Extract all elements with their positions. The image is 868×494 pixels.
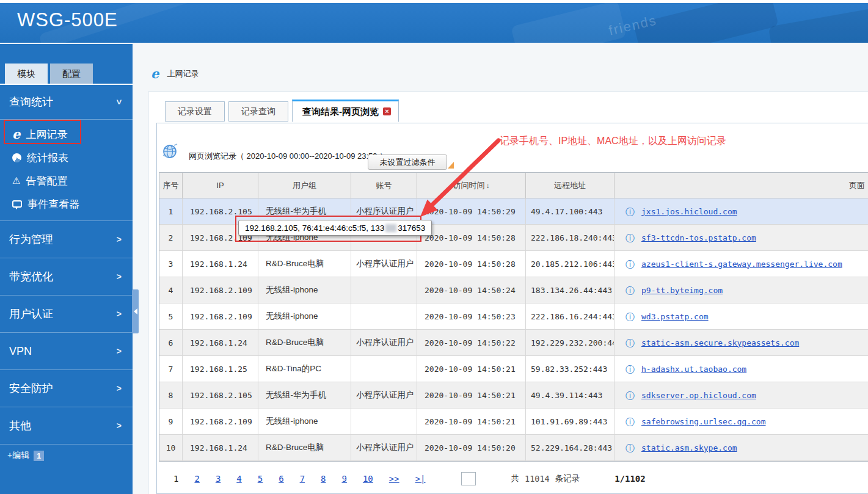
sidebar-tab-modules[interactable]: 模块 xyxy=(5,64,48,84)
cell-time: 2020-10-09 14:50:21 xyxy=(417,409,526,435)
sidebar-section-user-auth[interactable]: 用户认证 > xyxy=(0,295,133,332)
tooltip-text-suffix: 317653 xyxy=(398,223,425,233)
close-icon[interactable]: × xyxy=(383,107,391,115)
page-link[interactable]: sf3-ttcdn-tos.pstatp.com xyxy=(641,233,756,242)
cell-remote: 222.186.18.240:443 xyxy=(526,225,615,251)
table-row[interactable]: 5 192.168.2.109 无线组-iphone 2020-10-09 14… xyxy=(159,303,868,330)
cell-index: 6 xyxy=(159,330,183,356)
col-time[interactable]: 访问时间 ↓ xyxy=(417,173,526,198)
keyboard-decoration xyxy=(768,7,868,43)
page-link[interactable]: h-adashx.ut.taobao.com xyxy=(641,365,746,374)
sidebar-section-vpn[interactable]: VPN > xyxy=(0,332,133,369)
info-icon[interactable]: ⓘ xyxy=(625,312,635,321)
sidebar-item-statistics-report[interactable]: 统计报表 xyxy=(0,146,133,169)
table-row[interactable]: 4 192.168.2.109 无线组-iphone 2020-10-09 14… xyxy=(159,277,868,303)
sidebar-section-others[interactable]: 其他 > xyxy=(0,407,133,445)
last-page-button[interactable]: >| xyxy=(415,474,426,484)
filter-button[interactable]: 未设置过滤条件 xyxy=(368,154,447,170)
col-group[interactable]: 用户组 xyxy=(258,173,351,198)
filter-corner-icon xyxy=(448,162,454,169)
info-icon[interactable]: ⓘ xyxy=(625,365,635,374)
page-link[interactable]: azeus1-client-s.gateway.messenger.live.c… xyxy=(641,260,842,269)
cell-index: 5 xyxy=(159,303,183,330)
tab-record-settings[interactable]: 记录设置 xyxy=(165,101,225,122)
col-ip[interactable]: IP xyxy=(183,173,258,198)
col-account[interactable]: 账号 xyxy=(351,173,417,198)
sidebar-section-label: 其他 xyxy=(9,418,31,433)
cell-index: 8 xyxy=(159,382,183,409)
page-link[interactable]: p9-tt.byteimg.com xyxy=(641,286,723,295)
info-icon[interactable]: ⓘ xyxy=(625,286,635,295)
page-link[interactable]: jxs1.jos.hicloud.com xyxy=(641,207,737,216)
col-page[interactable]: 页面 xyxy=(615,173,868,198)
table-row[interactable]: 8 192.168.2.105 无线组-华为手机 小程序认证用户 2020-10… xyxy=(159,382,868,409)
info-icon[interactable]: ⓘ xyxy=(625,443,635,452)
page-link-4[interactable]: 4 xyxy=(236,474,241,484)
cell-account xyxy=(351,356,417,382)
sort-desc-icon: ↓ xyxy=(486,181,490,190)
cell-account xyxy=(351,409,417,435)
cell-remote: 20.185.212.106:443 xyxy=(526,251,615,277)
info-icon[interactable]: ⓘ xyxy=(625,391,635,400)
next-pages-button[interactable]: >> xyxy=(389,474,399,484)
cell-index: 4 xyxy=(159,277,183,303)
page-link-5[interactable]: 5 xyxy=(258,474,263,484)
table-row[interactable]: 6 192.168.1.24 R&D-Bruce电脑 小程序认证用户 2020-… xyxy=(159,330,868,356)
info-icon[interactable]: ⓘ xyxy=(625,338,635,347)
sidebar-tab-config[interactable]: 配置 xyxy=(50,64,93,84)
table-row[interactable]: 9 192.168.2.109 无线组-iphone 2020-10-09 14… xyxy=(159,409,868,435)
col-time-label: 访问时间 xyxy=(453,180,485,191)
sidebar-item-event-viewer[interactable]: 事件查看器 xyxy=(0,192,133,216)
sidebar-section-query-stats[interactable]: 查询统计 > xyxy=(0,85,133,120)
page-link-6[interactable]: 6 xyxy=(279,474,283,484)
page-link-9[interactable]: 9 xyxy=(342,474,347,484)
page-link-10[interactable]: 10 xyxy=(363,474,373,484)
globe-icon xyxy=(162,143,178,159)
table-row[interactable]: 10 192.168.1.24 R&D-Bruce电脑 小程序认证用户 2020… xyxy=(159,435,868,461)
cell-remote: 52.229.164.28:443 xyxy=(526,435,615,461)
main-area: e 上网记录 记录设置 记录查询 查询结果-网页浏览 × 网页浏览记录（ 202… xyxy=(133,43,868,494)
page-link-7[interactable]: 7 xyxy=(300,474,305,484)
page-link-8[interactable]: 8 xyxy=(321,474,326,484)
info-icon[interactable]: ⓘ xyxy=(625,207,635,216)
page-jump-input[interactable] xyxy=(461,472,476,485)
tab-query-result-web[interactable]: 查询结果-网页浏览 × xyxy=(292,100,399,122)
table-row[interactable]: 3 192.168.1.24 R&D-Bruce电脑 小程序认证用户 2020-… xyxy=(159,251,868,277)
cell-ip: 192.168.1.24 xyxy=(183,435,258,461)
cell-ip: 192.168.2.109 xyxy=(183,409,258,435)
edit-button[interactable]: +编辑 xyxy=(7,450,29,461)
cell-ip: 192.168.2.109 xyxy=(183,277,258,303)
col-remote[interactable]: 远程地址 xyxy=(526,173,615,198)
total-records: 共 11014 条记录 xyxy=(511,473,580,484)
page-link-3[interactable]: 3 xyxy=(216,474,221,484)
sidebar-section-label: 带宽优化 xyxy=(9,269,53,284)
page-link[interactable]: static-asm.secure.skypeassets.com xyxy=(641,338,799,347)
info-icon[interactable]: ⓘ xyxy=(625,233,635,242)
sidebar-section-label: 安全防护 xyxy=(9,381,53,396)
breadcrumb: e 上网记录 xyxy=(151,68,199,79)
info-icon[interactable]: ⓘ xyxy=(625,260,635,269)
cell-account xyxy=(351,277,417,303)
sidebar: 模块 配置 查询统计 > e 上网记录 统计报表 ⚠ 告警配置 事件查看器 行为… xyxy=(0,43,133,494)
page-link-2[interactable]: 2 xyxy=(194,474,199,484)
sidebar-section-behavior[interactable]: 行为管理 > xyxy=(0,220,133,258)
annotation-box-menu-item xyxy=(4,120,81,144)
sidebar-collapse-handle[interactable] xyxy=(132,289,139,333)
page-link[interactable]: sdkserver.op.hicloud.com xyxy=(641,391,756,400)
sidebar-section-security[interactable]: 安全防护 > xyxy=(0,369,133,407)
sidebar-item-alert-config[interactable]: ⚠ 告警配置 xyxy=(0,169,133,192)
info-icon[interactable]: ⓘ xyxy=(625,417,635,426)
page-link[interactable]: safebrowsing.urlsec.qq.com xyxy=(641,417,766,426)
cell-index: 7 xyxy=(159,356,183,382)
cell-group: R&D-Tina的PC xyxy=(258,356,351,382)
cell-index: 2 xyxy=(159,225,183,251)
col-index[interactable]: 序号 xyxy=(159,173,183,198)
page-link[interactable]: wd3.pstatp.com xyxy=(641,312,709,321)
cell-group: 无线组-华为手机 xyxy=(258,382,351,409)
cell-account: 小程序认证用户 xyxy=(351,435,417,461)
cell-index: 10 xyxy=(159,435,183,461)
tab-record-query[interactable]: 记录查询 xyxy=(228,101,288,122)
table-row[interactable]: 7 192.168.1.25 R&D-Tina的PC 2020-10-09 14… xyxy=(159,356,868,382)
sidebar-section-bandwidth[interactable]: 带宽优化 > xyxy=(0,258,133,295)
page-link[interactable]: static.asm.skype.com xyxy=(641,443,737,452)
